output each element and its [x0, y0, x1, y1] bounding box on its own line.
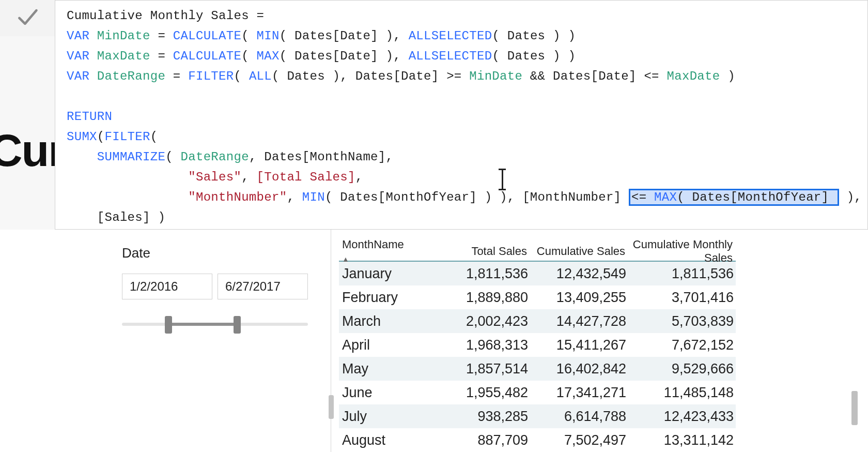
- cell-month: July: [339, 409, 437, 425]
- commit-formula-button[interactable]: [0, 0, 55, 37]
- dax-formula-editor[interactable]: Cumulative Monthly Sales = VAR MinDate =…: [55, 0, 868, 230]
- slicer-label: Date: [122, 245, 308, 261]
- table-row[interactable]: January1,811,53612,432,5491,811,536: [339, 262, 736, 285]
- cell-cms: 11,485,148: [628, 385, 736, 401]
- table-row[interactable]: April1,968,31315,411,2677,672,152: [339, 333, 736, 357]
- cell-total: 1,955,482: [437, 385, 530, 401]
- table-row[interactable]: February1,889,88013,409,2553,701,416: [339, 285, 736, 309]
- page-title: Cum: [0, 124, 55, 177]
- cell-month: January: [339, 266, 437, 282]
- col-cumulative[interactable]: Cumulative Sales: [530, 244, 628, 259]
- cell-total: 1,857,514: [437, 361, 530, 377]
- cell-cms: 9,529,666: [628, 361, 736, 377]
- cell-total: 1,968,313: [437, 337, 530, 353]
- table-row[interactable]: May1,857,51416,402,8429,529,666: [339, 357, 736, 381]
- scrollbar-thumb[interactable]: [851, 391, 858, 425]
- cell-total: 938,285: [437, 409, 530, 425]
- slider-thumb-right[interactable]: [234, 316, 241, 334]
- slider-fill: [168, 323, 237, 326]
- cell-total: 2,002,423: [437, 313, 530, 329]
- date-slicer: Date 1/2/2016 6/27/2017: [122, 245, 308, 335]
- table-row[interactable]: March2,002,42314,427,7285,703,839: [339, 309, 736, 333]
- table-body: January1,811,53612,432,5491,811,536Febru…: [339, 262, 736, 452]
- cell-cms: 7,672,152: [628, 337, 736, 353]
- cell-cum: 15,411,267: [530, 337, 628, 353]
- table-row[interactable]: August887,7097,502,49713,311,142: [339, 428, 736, 452]
- checkmark-icon: [16, 5, 39, 31]
- sales-table: MonthName ▲ Total Sales Cumulative Sales…: [339, 237, 736, 452]
- cell-total: 1,889,880: [437, 290, 530, 306]
- cell-cum: 17,341,271: [530, 385, 628, 401]
- cell-month: May: [339, 361, 437, 377]
- cell-cms: 5,703,839: [628, 313, 736, 329]
- cell-total: 1,811,536: [437, 266, 530, 282]
- cell-cum: 6,614,788: [530, 409, 628, 425]
- cell-cum: 14,427,728: [530, 313, 628, 329]
- cell-cms: 1,811,536: [628, 266, 736, 282]
- dax-formula-text[interactable]: Cumulative Monthly Sales = VAR MinDate =…: [67, 6, 858, 228]
- col-totalsales[interactable]: Total Sales: [437, 244, 530, 259]
- formula-selection[interactable]: <= MAX( Dates[MonthOfYear]: [629, 189, 839, 206]
- table-header: MonthName ▲ Total Sales Cumulative Sales…: [339, 237, 736, 262]
- cell-cum: 12,432,549: [530, 266, 628, 282]
- cell-cum: 7,502,497: [530, 432, 628, 448]
- date-end-input[interactable]: 6/27/2017: [218, 274, 308, 299]
- col-cms[interactable]: Cumulative Monthly Sales: [628, 237, 736, 266]
- cell-month: August: [339, 432, 437, 448]
- cell-cms: 3,701,416: [628, 290, 736, 306]
- cell-month: March: [339, 313, 437, 329]
- cell-month: April: [339, 337, 437, 353]
- sort-asc-icon: ▲: [342, 255, 349, 263]
- date-start-input[interactable]: 1/2/2016: [122, 274, 212, 299]
- cell-total: 887,709: [437, 432, 530, 448]
- cell-cms: 13,311,142: [628, 432, 736, 448]
- date-range-slider[interactable]: [122, 314, 308, 335]
- scrollbar-thumb[interactable]: [329, 395, 334, 419]
- cell-cum: 16,402,842: [530, 361, 628, 377]
- cell-cms: 12,423,433: [628, 409, 736, 425]
- table-row[interactable]: June1,955,48217,341,27111,485,148: [339, 381, 736, 404]
- slider-thumb-left[interactable]: [165, 316, 172, 334]
- cell-month: June: [339, 385, 437, 401]
- cell-cum: 13,409,255: [530, 290, 628, 306]
- cell-month: February: [339, 290, 437, 306]
- col-monthname[interactable]: MonthName ▲: [339, 237, 437, 266]
- table-row[interactable]: July938,2856,614,78812,423,433: [339, 404, 736, 428]
